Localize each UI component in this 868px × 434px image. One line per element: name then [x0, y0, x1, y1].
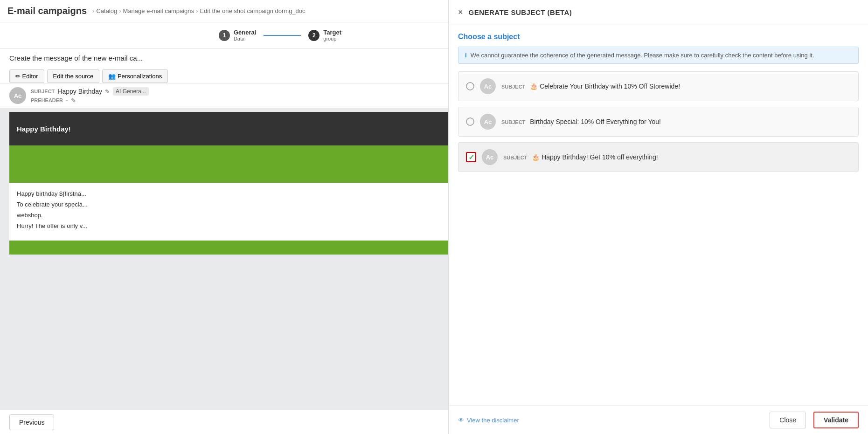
close-button[interactable]: Close — [770, 412, 806, 428]
option-1-label: SUBJECT — [501, 84, 525, 90]
modal-title: GENERATE SUBJECT (BETA) — [469, 8, 572, 16]
modal-close-icon[interactable]: × — [458, 7, 463, 17]
step-line — [264, 35, 301, 36]
option-content-2: SUBJECT Birthday Special: 10% Off Everyt… — [501, 118, 661, 125]
option-avatar-3: Ac — [482, 149, 498, 165]
info-icon: i — [465, 52, 467, 59]
breadcrumb-sep2: › — [119, 7, 121, 14]
breadcrumb-sep3: › — [196, 7, 198, 14]
app-title: E-mail campaigns — [7, 6, 87, 16]
option-3-label: SUBJECT — [503, 155, 527, 160]
step-1-label: General — [234, 29, 256, 36]
subject-option-1[interactable]: Ac SUBJECT 🎂 Celebrate Your Birthday wit… — [458, 71, 859, 101]
preview-header-title: Happy Birthday! — [17, 125, 71, 133]
footer-buttons: Close Validate — [770, 412, 859, 428]
subject-value: Happy Birthday — [57, 88, 102, 95]
checkbox-3[interactable]: ✓ — [466, 152, 476, 162]
option-avatar-1: Ac — [480, 78, 496, 94]
subject-option-3[interactable]: ✓ Ac SUBJECT 🎂 Happy Birthday! Get 10% o… — [458, 142, 859, 172]
breadcrumb-sep1: › — [92, 7, 94, 14]
subject-edit-icon[interactable]: ✎ — [105, 88, 110, 95]
step-2: 2 Target group — [301, 29, 349, 41]
ai-generate-btn[interactable]: AI Genera... — [113, 87, 149, 96]
email-sender-avatar: Ac — [9, 87, 26, 104]
option-content-1: SUBJECT 🎂 Celebrate Your Birthday with 1… — [501, 83, 680, 90]
modal-body: Choose a subject i We cannot guarantee t… — [449, 25, 868, 406]
option-avatar-2: Ac — [480, 114, 496, 130]
breadcrumb: › Catalog › Manage e-mail campaigns › Ed… — [90, 7, 306, 14]
step-2-circle: 2 — [308, 30, 319, 41]
previous-button[interactable]: Previous — [9, 414, 54, 430]
disclaimer-text: View the disclaimer — [467, 417, 519, 424]
step-2-sub: group — [323, 36, 341, 41]
subject-option-2[interactable]: Ac SUBJECT Birthday Special: 10% Off Eve… — [458, 107, 859, 137]
disclaimer-link[interactable]: 👁 View the disclaimer — [458, 417, 519, 424]
tab-editor[interactable]: ✏ Editor — [9, 69, 44, 83]
checkmark-icon: ✓ — [468, 153, 474, 162]
tab-source[interactable]: Edit the source — [47, 69, 100, 83]
tab-personalizations[interactable]: 👥 Personalizations — [102, 69, 168, 83]
validate-button[interactable]: Validate — [813, 412, 859, 428]
preheader-edit-icon[interactable]: ✎ — [71, 97, 76, 104]
step-1: 1 General Data — [211, 29, 264, 41]
info-text: We cannot guarantee the coherence of the… — [471, 52, 814, 59]
subject-label: SUBJECT — [31, 89, 55, 94]
preheader-dash: - — [66, 96, 68, 104]
breadcrumb-catalog[interactable]: Catalog — [96, 7, 117, 14]
option-1-emoji: 🎂 — [530, 83, 540, 90]
option-2-label: SUBJECT — [501, 119, 525, 125]
modal-footer: 👁 View the disclaimer Close Validate — [449, 406, 868, 434]
modal-header: × GENERATE SUBJECT (BETA) — [449, 0, 868, 25]
option-2-text: Birthday Special: 10% Off Everything for… — [530, 118, 661, 125]
step-1-circle: 1 — [219, 30, 230, 41]
option-3-emoji: 🎂 — [532, 153, 542, 161]
option-content-3: SUBJECT 🎂 Happy Birthday! Get 10% off ev… — [503, 153, 658, 161]
eye-icon: 👁 — [458, 417, 464, 424]
step-1-sub: Data — [234, 36, 256, 41]
breadcrumb-manage[interactable]: Manage e-mail campaigns — [123, 7, 194, 14]
choose-subject-title: Choose a subject — [458, 33, 859, 41]
option-1-text: Celebrate Your Birthday with 10% Off Sto… — [540, 83, 680, 90]
preheader-label: PREHEADER — [31, 97, 63, 103]
step-2-label: Target — [323, 29, 341, 36]
breadcrumb-edit[interactable]: Edit the one shot campaign dormg_doc — [200, 7, 305, 14]
option-3-text: Happy Birthday! Get 10% off everything! — [542, 153, 658, 161]
modal-panel: × GENERATE SUBJECT (BETA) Choose a subje… — [448, 0, 868, 434]
info-banner: i We cannot guarantee the coherence of t… — [458, 47, 859, 64]
radio-2[interactable] — [466, 117, 474, 126]
radio-1[interactable] — [466, 82, 474, 90]
